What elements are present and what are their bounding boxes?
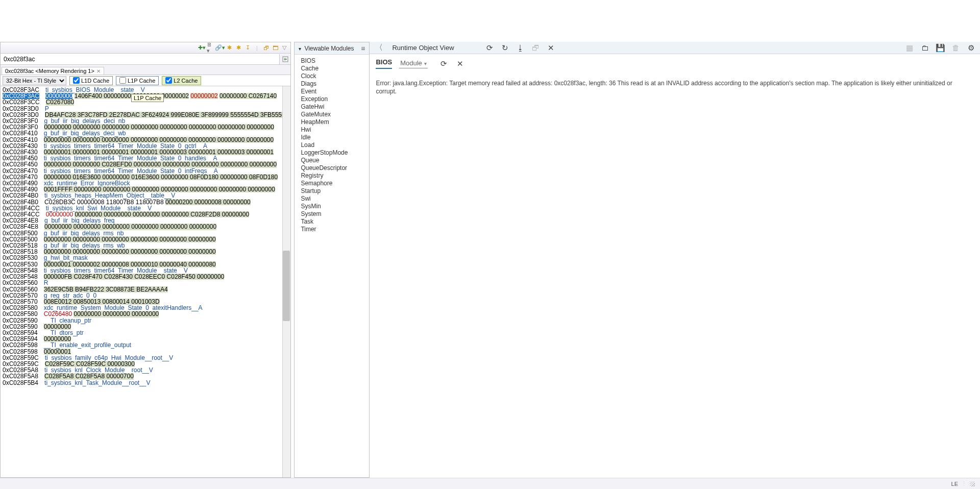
memory-row[interactable]: 0xC028F560 R [3, 280, 288, 286]
go-to-address-button[interactable] [279, 54, 290, 64]
restore-icon[interactable]: 🗗 [531, 43, 541, 52]
settings-icon[interactable]: ⚙ [966, 43, 976, 53]
refresh-all-icon[interactable]: ↻ [500, 43, 510, 53]
menu-chevron-icon[interactable]: ▽ [280, 44, 288, 52]
format-select[interactable]: 32-Bit Hex - TI Style [3, 76, 66, 85]
memory-row[interactable]: 0xC028F3CC C0267080 [3, 99, 288, 105]
module-item[interactable]: Clock [301, 72, 363, 80]
memory-symbol[interactable]: g_hwi_bit_mask [44, 255, 88, 261]
memory-address: 0xC028F4E8 [3, 224, 38, 230]
module-item[interactable]: Startup [301, 187, 363, 194]
memory-row[interactable]: 0xC028F598 __TI_enable_exit_profile_outp… [3, 342, 288, 348]
memory-address: 0xC028F4B0 [3, 192, 38, 199]
memory-symbol[interactable]: ti_sysbios_heaps_HeapMem_Object__table__… [44, 192, 175, 199]
memory-row[interactable]: 0xC028F410 g_buf_iir_biq_delays_deci_wb [3, 130, 288, 136]
l1p-cache-checkbox[interactable]: L1P Cache [116, 76, 159, 85]
memory-data: C0266480 [44, 311, 72, 317]
rov-tab-refresh-icon[interactable]: ⟳ [439, 59, 449, 68]
memory-symbol[interactable]: __TI_enable_exit_profile_output [44, 342, 131, 348]
memory-row[interactable]: 0xC028F410 00000000 00000000 00000000 00… [3, 137, 288, 143]
module-item[interactable]: GateMutex [301, 110, 363, 118]
new-tab-icon[interactable]: ✚▾ [198, 44, 206, 52]
memory-row[interactable]: 0xC028F580 C0266480 00000000 00000000 00… [3, 311, 288, 317]
module-item[interactable]: Idle [301, 133, 363, 141]
viewable-modules-title[interactable]: Viewable Modules [299, 45, 354, 52]
rov-tab-close-icon[interactable]: ✕ [455, 59, 465, 68]
memory-row[interactable]: 0xC028F5B4 ti_sysbios_knl_Task_Module__r… [3, 380, 288, 386]
memory-symbol[interactable]: P [45, 106, 49, 112]
module-item[interactable]: BIOS [301, 57, 363, 64]
scrollbar-thumb[interactable] [283, 251, 290, 321]
module-item[interactable]: SysMin [301, 202, 363, 210]
module-item[interactable]: Queue [301, 156, 363, 164]
filter-icon[interactable]: ≡ [361, 44, 365, 53]
module-item[interactable]: Timer [301, 225, 363, 233]
memory-row[interactable]: 0xC028F560 362E9C5B B94FB222 3C08873E BE… [3, 286, 288, 292]
memory-data: 00000000 00000000 C028EFD0 00000000 0000… [44, 161, 277, 167]
memory-address: 0xC028F560 [3, 286, 38, 292]
memory-data: 00000001 [44, 349, 71, 355]
module-item[interactable]: HeapMem [301, 118, 363, 126]
module-item[interactable]: Diags [301, 80, 363, 87]
module-item[interactable]: System [301, 210, 363, 217]
module-item[interactable]: Task [301, 217, 363, 225]
memory-symbol[interactable]: R [44, 280, 48, 286]
module-item[interactable]: Swi [301, 194, 363, 202]
rov-panel: 〈 Runtime Object View ⟳ ↻ ⭳ 🗗 ✕ ▦ 🗀 💾 🗑 … [370, 42, 980, 478]
back-icon[interactable]: 〈 [374, 43, 384, 53]
memory-row[interactable]: 0xC028F4E8 00000000 00000000 00000000 00… [3, 224, 288, 230]
rov-header: 〈 Runtime Object View ⟳ ↻ ⭳ 🗗 ✕ ▦ 🗀 💾 🗑 … [370, 42, 980, 54]
new-window-icon[interactable]: 🗗 [262, 44, 270, 52]
close-tab-icon[interactable]: ✕ [96, 68, 101, 74]
rov-tab-module[interactable]: Module▾ [399, 59, 428, 68]
memory-row[interactable]: 0xC028F450 00000000 00000000 C028EFD0 00… [3, 161, 288, 167]
pin-icon[interactable]: ↧ [243, 44, 252, 52]
memory-scroll[interactable]: 0xC028F3AC ti_sysbios_BIOS_Module__state… [1, 86, 290, 477]
module-item[interactable]: LoggerStopMode [301, 149, 363, 156]
memory-row[interactable]: 0xC028F3D0 P [3, 106, 288, 112]
dashboard-icon[interactable]: ▦ [904, 43, 915, 53]
memory-address: 0xC028F580 [3, 311, 38, 317]
delete-icon[interactable]: 🗑 [950, 43, 961, 52]
module-item[interactable]: Registry [301, 172, 363, 179]
module-item[interactable]: Load [301, 141, 363, 149]
module-item[interactable]: Hwi [301, 126, 363, 133]
memory-row[interactable]: 0xC028F5A8 C028F5A8 C028F5A8 00000700 [3, 373, 288, 379]
memory-symbol[interactable]: ti_sysbios_knl_Task_Module__root__V [44, 380, 150, 386]
l2-cache-checkbox[interactable]: L2 Cache [162, 76, 201, 85]
link-icon[interactable]: 🔗▾ [216, 44, 224, 52]
module-item[interactable]: Cache [301, 64, 363, 72]
format-row: 32-Bit Hex - TI Style L1D Cache L1P Cach… [1, 75, 290, 86]
module-item[interactable]: Semaphore [301, 179, 363, 187]
memory-data: 00000200 00000008 00000000 [165, 199, 251, 205]
l1d-cache-checkbox[interactable]: L1D Cache [69, 76, 113, 85]
memory-row[interactable]: 0xC028F470 ti_sysbios_timers_timer64_Tim… [3, 168, 288, 174]
module-item[interactable]: Event [301, 87, 363, 95]
memory-row[interactable]: 0xC028F4B0 ti_sysbios_heaps_HeapMem_Obje… [3, 192, 288, 199]
memory-tab-active[interactable]: 0xc028f3ac <Memory Rendering 1> ✕ [2, 67, 104, 75]
save-icon[interactable]: 💾 [935, 43, 945, 53]
scrollbar-track[interactable] [282, 86, 290, 477]
memory-row[interactable]: 0xC028F598 00000001 [3, 349, 288, 355]
config-icon[interactable]: ✱ [234, 44, 242, 52]
module-item[interactable]: QueueDescriptor [301, 164, 363, 172]
memory-symbol[interactable]: ti_sysbios_timers_timer64_Timer_Module_S… [44, 168, 218, 174]
memory-row[interactable]: 0xC028F590 __TI_cleanup_ptr [3, 317, 288, 324]
refresh-single-icon[interactable]: ⟳ [485, 43, 495, 53]
import-icon[interactable]: 🗎▾ [207, 44, 215, 52]
snapshot-icon[interactable]: 🗔 [271, 44, 279, 52]
resize-grip-icon[interactable] [970, 481, 975, 486]
download-icon[interactable]: ⭳ [516, 43, 526, 52]
memory-symbol[interactable]: g_buf_iir_biq_delays_deci_wb [44, 130, 126, 136]
refresh-icon[interactable]: ✱ [225, 44, 233, 52]
address-input[interactable] [1, 55, 279, 64]
rov-tab-bios[interactable]: BIOS [376, 58, 392, 69]
close-rov-icon[interactable]: ✕ [546, 43, 556, 53]
module-item[interactable]: GateHwi [301, 103, 363, 110]
memory-tabs: 0xc028f3ac <Memory Rendering 1> ✕ [1, 65, 290, 75]
memory-symbol[interactable]: __TI_cleanup_ptr [44, 317, 91, 324]
memory-data: 00000002 [190, 93, 217, 99]
memory-row[interactable]: 0xC028F530 g_hwi_bit_mask [3, 255, 288, 261]
folder-icon[interactable]: 🗀 [920, 43, 930, 52]
module-item[interactable]: Exception [301, 95, 363, 103]
